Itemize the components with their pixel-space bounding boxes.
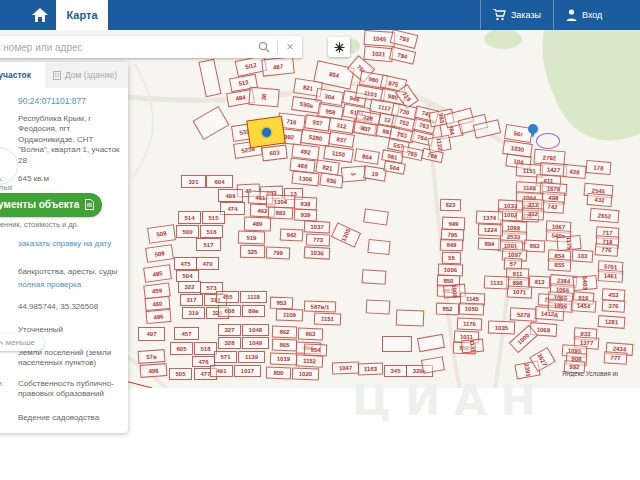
map-parcel[interactable]: 89в (242, 305, 265, 317)
map-parcel[interactable]: 1224 (478, 224, 503, 237)
map-parcel[interactable]: 571 (214, 351, 237, 363)
map-parcel[interactable]: 1047 (332, 362, 359, 375)
map-parcel[interactable]: 587в/1 (304, 300, 336, 312)
map-pin-icon[interactable] (528, 124, 539, 138)
map-parcel[interactable]: 178 (585, 160, 611, 175)
map-parcel[interactable]: 321 (181, 175, 206, 188)
order-report-link[interactable]: заказать справку на дату (18, 239, 111, 250)
map-parcel[interactable]: 1281 (598, 315, 626, 329)
map-parcel[interactable]: 604 (206, 175, 233, 188)
star-button[interactable] (328, 37, 350, 57)
map-parcel[interactable]: 517 (196, 238, 221, 251)
map-parcel[interactable]: 38 (248, 87, 279, 108)
map-parcel[interactable]: 1122 (427, 135, 451, 154)
map-parcel[interactable]: 603 (261, 145, 288, 162)
home-button[interactable] (24, 0, 56, 30)
map-parcel[interactable]: 1374 (476, 211, 503, 225)
map-parcel[interactable]: 794 (389, 46, 416, 64)
map-parcel[interactable]: 1131 (461, 339, 484, 354)
map-parcel[interactable]: 1017 (234, 365, 261, 377)
map-parcel[interactable]: 376 (602, 299, 626, 313)
map-parcel[interactable]: 497 (138, 327, 165, 341)
map-parcel[interactable]: 1139 (238, 351, 265, 363)
map-parcel[interactable]: 57в (138, 349, 166, 364)
map-parcel[interactable]: 1175 (556, 235, 581, 251)
map-parcel[interactable]: 475 (174, 257, 197, 270)
map-parcel[interactable]: 608 (218, 305, 241, 317)
map-parcel[interactable]: 55 (442, 252, 461, 265)
map-parcel[interactable] (396, 310, 425, 327)
map-attribution[interactable]: Яндекс Условия использования (562, 370, 618, 377)
map-parcel[interactable]: 495 (143, 264, 172, 283)
map-parcel[interactable]: 865 (272, 339, 297, 352)
map-parcel[interactable]: 509 (145, 244, 174, 263)
tab-land-parcel[interactable]: Земельный участок (0, 62, 45, 88)
map-parcel[interactable]: 322 (178, 281, 201, 293)
map-parcel[interactable]: 317 (180, 294, 203, 306)
selected-parcel[interactable] (246, 116, 286, 149)
map-parcel[interactable]: 3 (341, 165, 366, 182)
map-parcel[interactable]: 103 (572, 249, 594, 262)
map-parcel[interactable]: 500 (176, 225, 199, 238)
map-parcel[interactable]: 1071 (507, 285, 533, 298)
map-parcel[interactable]: 1176 (457, 318, 482, 331)
map-parcel[interactable]: 508 (147, 224, 176, 244)
map-parcel[interactable]: 1019 (270, 353, 297, 366)
map-parcel[interactable]: 5278 (510, 307, 538, 321)
map-parcel[interactable] (417, 334, 445, 352)
map-parcel[interactable]: 776 (595, 243, 619, 257)
map-parcel[interactable]: 496 (145, 309, 171, 324)
map-parcel[interactable]: 1152 (296, 354, 324, 367)
map-parcel[interactable]: 855 (548, 258, 572, 272)
map-parcel[interactable]: 1050 (459, 303, 484, 316)
map-parcel[interactable]: 1109 (276, 309, 303, 322)
map-parcel[interactable]: 852 (436, 303, 459, 316)
map-parcel[interactable]: 499 (218, 189, 243, 202)
map-parcel[interactable]: 884 (478, 238, 501, 251)
map-parcel[interactable]: 519 (238, 231, 265, 245)
map-parcel[interactable]: 1163 (358, 363, 383, 376)
map-parcel[interactable] (193, 106, 230, 140)
search-input[interactable] (0, 42, 251, 53)
map-parcel[interactable]: 1035 (488, 321, 515, 335)
map-parcel[interactable]: 1020 (292, 368, 319, 381)
object-documents-button[interactable]: Документы объекта (0, 193, 102, 217)
map-parcel[interactable] (421, 356, 445, 374)
map-parcel[interactable]: 883 (268, 207, 293, 220)
tab-house-building[interactable]: Дом (здание) (45, 62, 128, 88)
map-parcel[interactable]: 1118 (240, 291, 267, 303)
full-check-link[interactable]: полная проверка (18, 280, 81, 291)
map-parcel[interactable]: 457 (174, 327, 199, 340)
map-parcel[interactable]: 515 (202, 211, 225, 224)
map-parcel[interactable]: 605 (170, 342, 193, 355)
map-parcel[interactable]: 498 (140, 363, 168, 378)
tab-map[interactable]: Карта (56, 0, 108, 30)
map-parcel[interactable]: 328 (218, 337, 241, 349)
map-parcel[interactable]: 1133 (484, 276, 509, 290)
map-parcel[interactable]: 1096 (548, 299, 574, 313)
map-parcel[interactable]: 799 (266, 247, 290, 260)
clear-search-button[interactable]: × (278, 36, 302, 58)
map-parcel[interactable] (382, 336, 412, 352)
map-parcel[interactable]: 505 (169, 368, 192, 380)
map-parcel[interactable]: 1048 (242, 324, 269, 336)
map-parcel[interactable]: 1454 (571, 299, 597, 313)
map-parcel[interactable]: 1461 (598, 269, 624, 283)
map-parcel[interactable]: 514 (178, 211, 201, 224)
map-parcel[interactable]: 487 (261, 56, 295, 76)
map-parcel[interactable]: 1306 (291, 171, 319, 187)
map-parcel[interactable] (362, 269, 387, 285)
search-button[interactable] (251, 36, 277, 58)
map-parcel[interactable]: 325 (240, 245, 265, 258)
orders-button[interactable]: Заказы (481, 0, 553, 30)
map-parcel[interactable]: 491 (210, 365, 233, 377)
collapse-panel-button[interactable]: меньше (0, 334, 44, 351)
map-parcel[interactable]: 438 (562, 164, 586, 179)
map-parcel[interactable]: 516 (200, 225, 223, 238)
map-parcel[interactable]: 765 (401, 146, 424, 161)
map-parcel[interactable]: 823 (440, 199, 461, 212)
map-parcel[interactable]: 212 (522, 207, 545, 220)
map-parcel[interactable]: 319 (182, 307, 205, 319)
map-parcel[interactable]: 863 (298, 328, 323, 341)
map-parcel[interactable]: 862 (272, 326, 297, 339)
